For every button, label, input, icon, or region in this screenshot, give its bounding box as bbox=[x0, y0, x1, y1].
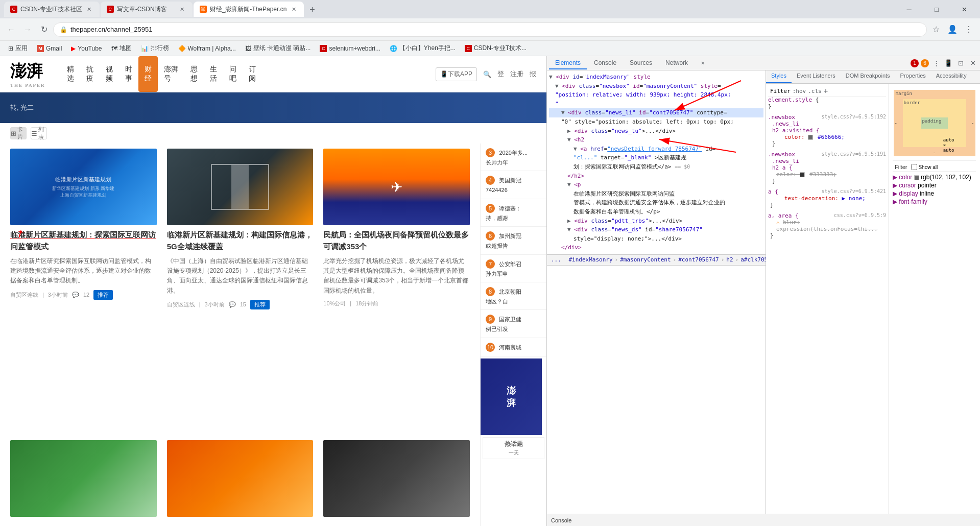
devtools-tab-network[interactable]: Network bbox=[659, 57, 694, 69]
devtools-inspect-icon[interactable]: ⋮ bbox=[931, 58, 941, 68]
tab-close-csdn2[interactable]: ✕ bbox=[178, 5, 186, 13]
devtools-tab-console[interactable]: Console bbox=[588, 57, 623, 69]
nav-wenba[interactable]: 问吧 bbox=[223, 56, 243, 92]
style-source-421[interactable]: style.css?v=6.9.5:421 bbox=[822, 188, 886, 194]
devtools-tab-sources[interactable]: Sources bbox=[624, 57, 658, 69]
show-all-checkbox[interactable] bbox=[911, 164, 917, 170]
collapse-1[interactable]: ▼ bbox=[549, 74, 553, 80]
breadcrumb-masonrycontent[interactable]: #masonryContent bbox=[620, 256, 671, 263]
styles-tab-dom-breakpoints[interactable]: DOM Breakpoints bbox=[841, 70, 895, 83]
style-source-191[interactable]: style.css?v=6.9.5:191 bbox=[822, 151, 886, 157]
forward-button[interactable]: → bbox=[20, 22, 35, 37]
recommend-tag-1[interactable]: 推荐 bbox=[93, 290, 113, 300]
bookmark-youtube[interactable]: ▶ YouTube bbox=[67, 44, 106, 53]
article-card-6[interactable] bbox=[323, 440, 470, 521]
tab-csdn[interactable]: C CSDN-专业IT技术社区 ✕ bbox=[4, 2, 100, 17]
bookmark-csdn[interactable]: C CSDN-专业T技术... bbox=[461, 43, 531, 54]
bookmark-apps[interactable]: ⊞ 应用 bbox=[4, 43, 32, 54]
nav-kangyi[interactable]: 抗疫 bbox=[80, 56, 100, 92]
nav-shipin[interactable]: 视频 bbox=[100, 56, 119, 92]
tab-close-thepaper[interactable]: ✕ bbox=[290, 5, 298, 13]
login-btn[interactable]: 登 bbox=[497, 69, 504, 79]
article-card-5[interactable] bbox=[167, 440, 314, 521]
hov-button[interactable]: :hov bbox=[793, 88, 806, 94]
breadcrumb-indexmasonry[interactable]: #indexMasonry bbox=[569, 256, 613, 263]
nav-dingyue[interactable]: 订阅 bbox=[243, 56, 262, 92]
sidebar-item-7[interactable]: 7 公安部召孙力军申 bbox=[481, 255, 546, 282]
article-card-3[interactable]: ✈ 民航局：全国机场夜间备降预留机位数最多可调减353个 此举充分挖掘了机场机位… bbox=[323, 149, 470, 435]
user-account-icon[interactable]: 👤 bbox=[945, 22, 960, 37]
breadcrumb-a[interactable]: a#clk7056747 bbox=[740, 256, 766, 263]
bookmark-star-icon[interactable]: ☆ bbox=[929, 22, 943, 37]
minimize-button[interactable]: ─ bbox=[897, 2, 921, 16]
cls-button[interactable]: .cls bbox=[808, 88, 822, 94]
sidebar-item-3[interactable]: 3 2020年多...长帅力年 bbox=[481, 144, 546, 171]
bookmark-wallpaper[interactable]: 🖼 壁纸 卡通动漫 萌贴... bbox=[241, 43, 315, 54]
nav-penghao[interactable]: 澎湃号 bbox=[158, 56, 184, 92]
breadcrumb-cont7056747[interactable]: #cont7056747 bbox=[678, 256, 719, 263]
new-tab-button[interactable]: + bbox=[305, 3, 319, 17]
sidebar-item-4[interactable]: 4 美国新冠7424426 bbox=[481, 171, 546, 199]
back-button[interactable]: ← bbox=[4, 22, 18, 37]
register-btn[interactable]: 注册 bbox=[510, 69, 523, 79]
bookmark-yhen[interactable]: 🌐 【小白】Yhen手把... bbox=[386, 43, 460, 54]
address-bar[interactable]: 🔒 thepaper.cn/channel_25951 bbox=[53, 22, 927, 37]
card-view-button[interactable]: ⊞ 卡片 bbox=[10, 127, 27, 139]
bookmark-selenium[interactable]: C selenium+webdri... bbox=[316, 44, 384, 53]
sidebar-item-6[interactable]: 6 加州新冠或超报告 bbox=[481, 227, 546, 254]
sidebar-item-8[interactable]: 8 北京朝阳地区？自 bbox=[481, 282, 546, 310]
devtools-dock-icon[interactable]: ⊡ bbox=[955, 58, 966, 68]
tab-close-csdn[interactable]: ✕ bbox=[85, 5, 93, 13]
tab-thepaper[interactable]: 澎 财经_澎湃新闻-ThePaper.cn ✕ bbox=[194, 2, 304, 17]
maximize-button[interactable]: □ bbox=[925, 2, 948, 16]
collapse-18[interactable]: ▼ bbox=[567, 226, 571, 233]
sidebar-item-9[interactable]: 9 国家卫健例已引发 bbox=[481, 310, 546, 338]
bookmark-gmail[interactable]: M Gmail bbox=[33, 44, 66, 53]
devtools-device-icon[interactable]: 📱 bbox=[943, 58, 953, 68]
article-card-1[interactable]: 临港新片区新基建规划 新华区新基建规划 新形 新华建 上海自贸区新基建规划 ↗ … bbox=[10, 149, 157, 435]
bookmark-wolfram[interactable]: 🔶 Wolfram | Alpha... bbox=[174, 44, 240, 53]
collapse-17[interactable]: ▶ bbox=[567, 218, 571, 224]
devtools-close-icon[interactable]: ✕ bbox=[968, 58, 978, 68]
collapse-8[interactable]: ▼ bbox=[567, 136, 571, 143]
article-card-2[interactable]: 临港新片区新基建规划：构建国际信息港，5G全域连续覆盖 《中国（上海）自由贸易试… bbox=[167, 149, 314, 435]
add-style-button[interactable]: + bbox=[824, 87, 828, 95]
sidebar-item-5[interactable]: 5 谭德塞：持，感谢 bbox=[481, 199, 546, 227]
collapse-7[interactable]: ▶ bbox=[567, 128, 571, 134]
collapse-5[interactable]: ▼ bbox=[561, 109, 565, 116]
breadcrumb-h2[interactable]: h2 bbox=[726, 256, 733, 263]
devtools-tab-elements[interactable]: Elements bbox=[549, 57, 587, 69]
sidebar-item-10[interactable]: 10 河南襄城 bbox=[481, 338, 546, 356]
bookmark-ranking[interactable]: 📊 排行榜 bbox=[137, 43, 173, 54]
collapse-13[interactable]: ▼ bbox=[567, 181, 571, 188]
recommend-tag-2[interactable]: 推荐 bbox=[250, 300, 270, 309]
nav-shenghuo[interactable]: 生活 bbox=[204, 56, 223, 92]
devtools-tab-more[interactable]: » bbox=[695, 57, 711, 69]
elements-html[interactable]: ▼ <div id="indexMasonry" style ▼ <div cl… bbox=[547, 70, 766, 254]
nav-sixiang[interactable]: 思想 bbox=[184, 56, 204, 92]
download-app-btn[interactable]: 📱下载APP bbox=[436, 67, 477, 81]
collapse-9[interactable]: ▼ bbox=[573, 146, 577, 152]
site-logo[interactable]: 澎湃 THE PAPER bbox=[10, 60, 45, 88]
style-source-9[interactable]: css.css?v=6.9.5:9 bbox=[834, 212, 886, 218]
search-btn[interactable]: 🔍 bbox=[483, 70, 491, 78]
close-button[interactable]: ✕ bbox=[952, 2, 976, 16]
article-card-4[interactable] bbox=[10, 440, 157, 521]
nav-shishi[interactable]: 时事 bbox=[119, 56, 138, 92]
refresh-button[interactable]: ↻ bbox=[37, 22, 51, 37]
style-source-192[interactable]: style.css?v=6.9.5:192 bbox=[822, 114, 886, 119]
bookmark-map[interactable]: 🗺 地图 bbox=[107, 43, 136, 54]
styles-tab-styles[interactable]: Styles bbox=[766, 70, 792, 83]
more-menu-icon[interactable]: ⋮ bbox=[962, 22, 976, 37]
nav-caijing[interactable]: 财经 bbox=[138, 56, 158, 92]
tab-csdn2[interactable]: C 写文章-CSDN博客 ✕ bbox=[101, 2, 193, 17]
show-all-label[interactable]: Show all bbox=[911, 164, 938, 170]
collapse-2[interactable]: ▼ bbox=[555, 83, 559, 89]
styles-tab-properties[interactable]: Properties bbox=[895, 70, 931, 83]
styles-tab-accessibility[interactable]: Accessibility bbox=[931, 70, 972, 83]
console-label[interactable]: Console bbox=[551, 517, 571, 523]
report-btn[interactable]: 报 bbox=[530, 69, 536, 79]
list-view-button[interactable]: ☰ 列表 bbox=[31, 127, 47, 139]
styles-tab-event-listeners[interactable]: Event Listeners bbox=[792, 70, 841, 83]
nav-jingxuan[interactable]: 精选 bbox=[61, 56, 80, 92]
